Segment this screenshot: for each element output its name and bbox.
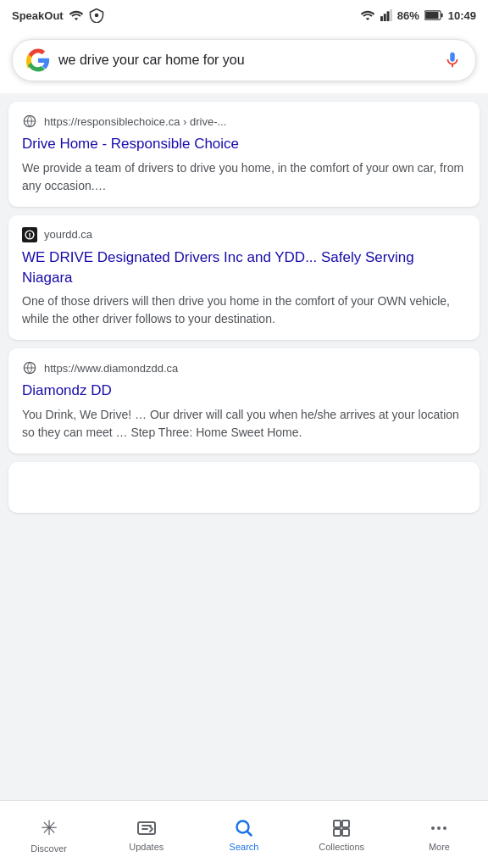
nav-item-more[interactable]: More [391, 818, 488, 852]
svg-rect-12 [334, 821, 341, 827]
signal-icon [380, 9, 392, 21]
search-query[interactable]: we drive your car home for you [58, 53, 435, 68]
result-card-1[interactable]: https://responsiblechoice.ca › drive-...… [8, 102, 480, 207]
microphone-icon[interactable] [443, 51, 462, 70]
nav-item-collections[interactable]: Collections [293, 818, 391, 852]
time-label: 10:49 [448, 9, 476, 22]
wifi-icon [69, 9, 84, 21]
result-source-2: yourdd.ca [22, 227, 466, 242]
nav-label-more: More [429, 842, 450, 852]
updates-icon [136, 818, 157, 838]
result-card-3[interactable]: https://www.diamondzdd.ca Diamondz DD Yo… [8, 348, 480, 453]
svg-rect-14 [334, 829, 341, 836]
nav-label-collections: Collections [319, 842, 364, 852]
nav-item-discover[interactable]: ✳ Discover [0, 816, 97, 854]
result-title-2[interactable]: WE DRIVE Designated Drivers Inc and YDD.… [22, 248, 466, 288]
search-bar[interactable]: we drive your car home for you [12, 39, 476, 81]
tag-icon [89, 8, 104, 23]
wifi-full-icon [360, 9, 375, 21]
search-icon [234, 818, 254, 838]
svg-rect-2 [384, 14, 386, 21]
result-source-1: https://responsiblechoice.ca › drive-... [22, 114, 466, 129]
status-left: SpeakOut [12, 8, 104, 23]
google-logo [26, 48, 50, 72]
favicon-2 [22, 227, 37, 242]
result-source-3: https://www.diamondzdd.ca [22, 360, 466, 376]
result-title-3[interactable]: Diamondz DD [22, 381, 466, 401]
svg-rect-1 [380, 16, 383, 21]
result-title-1[interactable]: Drive Home - Responsible Choice [22, 134, 466, 154]
status-bar: SpeakOut 86% [0, 0, 488, 31]
results-container: https://responsiblechoice.ca › drive-...… [0, 93, 488, 521]
svg-rect-6 [441, 14, 442, 17]
svg-point-17 [437, 826, 441, 830]
svg-point-18 [443, 826, 446, 830]
result-card-partial [8, 462, 480, 513]
nav-item-updates[interactable]: Updates [97, 818, 195, 852]
battery-icon [424, 10, 443, 20]
collections-icon [331, 818, 352, 838]
svg-rect-4 [390, 9, 392, 21]
result-snippet-2: One of those drivers will then drive you… [22, 292, 466, 328]
more-icon [429, 818, 449, 838]
svg-point-16 [431, 826, 435, 830]
page-content: https://responsiblechoice.ca › drive-...… [0, 93, 488, 598]
carrier-label: SpeakOut [12, 9, 64, 22]
svg-rect-7 [425, 12, 438, 19]
battery-label: 86% [397, 9, 419, 22]
source-url-2: yourdd.ca [44, 228, 92, 241]
favicon-1 [22, 114, 37, 129]
source-url-1: https://responsiblechoice.ca › drive-... [44, 115, 226, 128]
svg-rect-15 [342, 829, 349, 836]
result-card-2[interactable]: yourdd.ca WE DRIVE Designated Drivers In… [8, 215, 480, 341]
svg-rect-13 [342, 821, 349, 827]
result-snippet-3: You Drink, We Drive! … Our driver will c… [22, 406, 466, 442]
source-url-3: https://www.diamondzdd.ca [44, 362, 178, 375]
nav-label-updates: Updates [129, 842, 164, 852]
discover-icon: ✳ [41, 816, 58, 840]
svg-rect-3 [386, 11, 389, 21]
nav-label-discover: Discover [30, 843, 67, 854]
nav-item-search[interactable]: Search [195, 818, 292, 852]
svg-point-0 [94, 14, 98, 18]
search-bar-container: we drive your car home for you [0, 31, 488, 93]
favicon-3 [22, 360, 37, 376]
status-right: 86% 10:49 [360, 9, 476, 22]
result-snippet-1: We provide a team of drivers to drive yo… [22, 159, 466, 195]
nav-label-search: Search [230, 842, 259, 852]
bottom-nav: ✳ Discover Updates Search Collections [0, 800, 488, 868]
